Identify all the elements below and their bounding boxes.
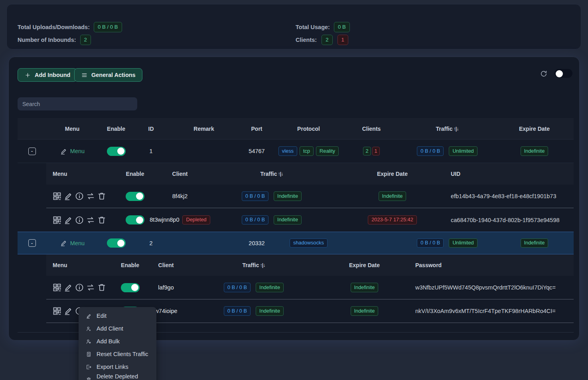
blue-badge: 0 B / 0 B: [242, 215, 268, 225]
traffic-badges: 0 B / 0 BIndefinite: [242, 215, 302, 225]
context-menu-item-reset-clients-traffic[interactable]: Reset Clients Traffic: [79, 348, 156, 360]
inbound-row[interactable]: -Menu220332shadowsocks0 B / 0 BUnlimited…: [18, 232, 574, 254]
toggle-knob: [131, 284, 138, 291]
toggle-knob: [117, 148, 124, 155]
trash-icon[interactable]: [97, 191, 107, 201]
column-header-enable: Enable: [114, 254, 146, 276]
trash-icon[interactable]: [97, 283, 107, 292]
client-name-group: w74ioipe: [154, 308, 177, 314]
green-badge: tcp: [300, 146, 314, 156]
refresh-icon[interactable]: [540, 70, 548, 78]
reset-icon[interactable]: [86, 283, 95, 292]
enable-cell: [98, 232, 134, 254]
context-menu-item-label: Edit: [97, 313, 107, 319]
inbound-context-menu: EditAdd ClientAdd BulkReset Clients Traf…: [79, 307, 156, 380]
clients-cell: [343, 232, 399, 254]
green-badge: Indefinite: [274, 215, 302, 225]
sort-icon[interactable]: ↑|↓: [260, 262, 265, 268]
menu-cell: Menu: [46, 232, 98, 254]
id-cell: 1: [134, 140, 168, 163]
info-circle-icon[interactable]: [75, 191, 84, 201]
inbound-menu-button[interactable]: Menu: [60, 239, 85, 247]
column-header-port: Port: [240, 118, 274, 139]
client-name: 8t3wjnn8p0: [150, 217, 179, 223]
table-header-row: MenuEnableIDRemarkPortProtocolClientsTra…: [18, 118, 574, 140]
green-badge: Indefinite: [521, 146, 549, 156]
edit-icon[interactable]: [63, 191, 73, 201]
context-menu-item-edit[interactable]: Edit: [79, 309, 156, 322]
plus-icon: [24, 72, 31, 79]
general-actions-label: General Actions: [91, 72, 136, 78]
enable-cell: [98, 140, 134, 163]
column-header-expand: [18, 118, 46, 139]
expander-cell: -: [18, 232, 46, 254]
enable-toggle[interactable]: [126, 215, 144, 224]
column-header-label: Expire Date: [377, 171, 408, 177]
add-inbound-button[interactable]: Add Inbound: [18, 68, 77, 82]
inbound-port: 54767: [249, 148, 264, 154]
column-header-expire-date: Expire Date: [322, 254, 407, 276]
context-menu-item-label: Reset Clients Traffic: [97, 351, 148, 357]
context-menu-item-add-client[interactable]: Add Client: [79, 322, 156, 335]
edit-icon[interactable]: [63, 283, 73, 292]
column-header-label: Menu: [53, 262, 67, 268]
client-expire-cell: Indefinite: [322, 276, 407, 299]
sort-icon[interactable]: ↑|↓: [278, 171, 283, 177]
qr-code-icon[interactable]: [52, 283, 62, 292]
collapse-row-button[interactable]: -: [28, 239, 36, 247]
context-menu-item-export-links[interactable]: Export Links: [79, 360, 156, 373]
stats-card: Total Uploads/Downloads: 0 B / 0 B Numbe…: [6, 4, 581, 49]
column-header-label: Enable: [126, 171, 144, 177]
column-header-uid: UID: [445, 163, 574, 185]
sort-icon[interactable]: ↑|↓: [454, 126, 459, 132]
edit-icon[interactable]: [63, 215, 73, 225]
edit-icon[interactable]: [63, 306, 73, 316]
info-circle-icon[interactable]: [75, 283, 84, 292]
qr-code-icon[interactable]: [52, 191, 62, 201]
blue-badge: 0 B / 0 B: [224, 306, 251, 316]
enable-toggle[interactable]: [107, 147, 126, 156]
inbound-row[interactable]: -Menu154767vlesstcpReality210 B / 0 BUnl…: [18, 140, 574, 163]
inbounds-card: Add Inbound General Actions MenuEnableID…: [8, 57, 580, 341]
column-header-menu: Menu: [46, 118, 98, 139]
reset-icon[interactable]: [86, 215, 95, 225]
client-name: laf9go: [158, 284, 174, 291]
inbound-port: 20332: [249, 240, 264, 246]
collapse-row-button[interactable]: -: [28, 148, 36, 155]
reset-icon[interactable]: [86, 191, 95, 201]
column-header-label: Expire Date: [349, 262, 380, 268]
green-badge: 0 B / 0 B: [94, 22, 122, 32]
toggle-knob: [117, 240, 124, 247]
add-inbound-label: Add Inbound: [35, 72, 70, 78]
client-traffic-cell: 0 B / 0 BIndefinite: [204, 208, 339, 232]
trash-icon[interactable]: [97, 215, 107, 225]
stat-label: Total Uploads/Downloads:: [18, 24, 90, 30]
client-actions-cell: [46, 276, 114, 299]
column-header-label: Client: [158, 262, 174, 268]
column-header-menu: Menu: [46, 163, 114, 185]
enable-toggle[interactable]: [126, 192, 144, 201]
column-header-label: Protocol: [297, 126, 320, 132]
context-menu-item-add-bulk[interactable]: Add Bulk: [79, 335, 156, 348]
header-toggle[interactable]: [554, 69, 572, 78]
qr-code-icon[interactable]: [52, 215, 62, 225]
column-header-client: Client: [156, 163, 204, 185]
inbound-menu-label: Menu: [70, 148, 85, 154]
info-circle-icon[interactable]: [75, 215, 84, 225]
client-name-cell: 8t3wjnn8p0Depleted: [156, 208, 204, 232]
column-header-id: ID: [134, 118, 168, 139]
general-actions-button[interactable]: General Actions: [74, 68, 142, 82]
enable-toggle[interactable]: [107, 238, 126, 248]
enable-toggle[interactable]: [121, 283, 140, 292]
traffic-badges: 0 B / 0 BIndefinite: [224, 283, 284, 292]
context-menu-item-delete-depleted-clients[interactable]: Delete Depleted Clients: [79, 373, 156, 380]
protocol-badges: shadowsocks: [290, 238, 328, 248]
column-header-label: Password: [415, 262, 442, 268]
column-header-label: Traffic: [260, 171, 277, 177]
green-badge: Indefinite: [351, 283, 379, 292]
column-header-label: Enable: [121, 262, 139, 268]
reset-clients-traffic-icon: [86, 351, 92, 357]
qr-code-icon[interactable]: [52, 306, 62, 316]
search-input[interactable]: [18, 97, 137, 110]
inbound-menu-button[interactable]: Menu: [60, 148, 85, 155]
